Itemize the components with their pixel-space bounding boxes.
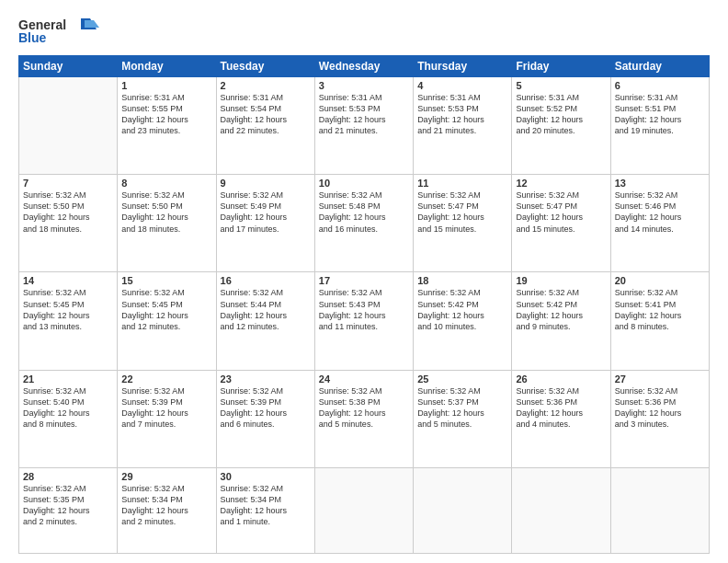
week-row-1: 1Sunrise: 5:31 AM Sunset: 5:55 PM Daylig… [19, 77, 710, 175]
day-info: Sunrise: 5:32 AM Sunset: 5:36 PM Dayligh… [516, 385, 606, 431]
day-info: Sunrise: 5:32 AM Sunset: 5:39 PM Dayligh… [221, 385, 311, 431]
day-number: 7 [23, 178, 113, 189]
calendar-cell: 15Sunrise: 5:32 AM Sunset: 5:45 PM Dayli… [118, 272, 216, 370]
day-number: 10 [319, 178, 409, 189]
calendar-cell: 28Sunrise: 5:32 AM Sunset: 5:35 PM Dayli… [19, 467, 118, 553]
week-row-3: 14Sunrise: 5:32 AM Sunset: 5:45 PM Dayli… [19, 272, 710, 370]
calendar-cell: 26Sunrise: 5:32 AM Sunset: 5:36 PM Dayli… [512, 370, 610, 467]
calendar-cell: 1Sunrise: 5:31 AM Sunset: 5:55 PM Daylig… [118, 77, 216, 175]
day-number: 2 [221, 80, 311, 91]
day-number: 15 [121, 275, 211, 286]
day-info: Sunrise: 5:32 AM Sunset: 5:34 PM Dayligh… [121, 483, 211, 528]
day-number: 17 [319, 275, 409, 286]
day-info: Sunrise: 5:32 AM Sunset: 5:44 PM Dayligh… [221, 287, 311, 332]
calendar-cell: 14Sunrise: 5:32 AM Sunset: 5:45 PM Dayli… [19, 272, 118, 370]
day-info: Sunrise: 5:32 AM Sunset: 5:45 PM Dayligh… [23, 287, 113, 332]
calendar-cell: 22Sunrise: 5:32 AM Sunset: 5:39 PM Dayli… [118, 370, 216, 467]
day-info: Sunrise: 5:32 AM Sunset: 5:35 PM Dayligh… [23, 483, 113, 528]
day-info: Sunrise: 5:31 AM Sunset: 5:52 PM Dayligh… [516, 92, 606, 137]
day-info: Sunrise: 5:32 AM Sunset: 5:43 PM Dayligh… [319, 287, 409, 332]
day-number: 19 [516, 275, 606, 286]
calendar-cell: 13Sunrise: 5:32 AM Sunset: 5:46 PM Dayli… [610, 175, 709, 272]
calendar-cell: 4Sunrise: 5:31 AM Sunset: 5:53 PM Daylig… [414, 77, 512, 175]
day-info: Sunrise: 5:31 AM Sunset: 5:54 PM Dayligh… [221, 92, 311, 137]
calendar-cell: 18Sunrise: 5:32 AM Sunset: 5:42 PM Dayli… [414, 272, 512, 370]
day-number: 27 [615, 373, 705, 385]
day-info: Sunrise: 5:32 AM Sunset: 5:42 PM Dayligh… [417, 287, 507, 332]
day-info: Sunrise: 5:32 AM Sunset: 5:45 PM Dayligh… [121, 287, 211, 332]
day-info: Sunrise: 5:32 AM Sunset: 5:42 PM Dayligh… [516, 287, 606, 332]
calendar-cell: 21Sunrise: 5:32 AM Sunset: 5:40 PM Dayli… [19, 370, 118, 467]
calendar-cell: 24Sunrise: 5:32 AM Sunset: 5:38 PM Dayli… [314, 370, 413, 467]
day-number: 14 [23, 275, 113, 286]
day-info: Sunrise: 5:31 AM Sunset: 5:53 PM Dayligh… [417, 92, 507, 137]
week-row-5: 28Sunrise: 5:32 AM Sunset: 5:35 PM Dayli… [19, 467, 710, 553]
calendar-cell: 16Sunrise: 5:32 AM Sunset: 5:44 PM Dayli… [216, 272, 314, 370]
page: General Blue SundayMondayTuesdayWednesda… [0, 0, 728, 563]
calendar-cell [314, 467, 413, 553]
day-number: 12 [516, 178, 606, 189]
day-info: Sunrise: 5:31 AM Sunset: 5:51 PM Dayligh… [615, 92, 705, 137]
calendar-cell [414, 467, 512, 553]
calendar-cell: 27Sunrise: 5:32 AM Sunset: 5:36 PM Dayli… [610, 370, 709, 467]
svg-text:Blue: Blue [18, 30, 47, 45]
day-info: Sunrise: 5:32 AM Sunset: 5:49 PM Dayligh… [221, 190, 311, 235]
calendar-cell: 17Sunrise: 5:32 AM Sunset: 5:43 PM Dayli… [314, 272, 413, 370]
calendar-cell: 19Sunrise: 5:32 AM Sunset: 5:42 PM Dayli… [512, 272, 610, 370]
day-info: Sunrise: 5:32 AM Sunset: 5:37 PM Dayligh… [417, 385, 507, 431]
weekday-header-sunday: Sunday [19, 56, 118, 77]
day-info: Sunrise: 5:32 AM Sunset: 5:40 PM Dayligh… [23, 385, 113, 431]
day-number: 9 [221, 178, 311, 189]
day-number: 13 [615, 178, 705, 189]
day-info: Sunrise: 5:32 AM Sunset: 5:46 PM Dayligh… [615, 190, 705, 235]
calendar-cell: 6Sunrise: 5:31 AM Sunset: 5:51 PM Daylig… [610, 77, 709, 175]
calendar-cell: 8Sunrise: 5:32 AM Sunset: 5:50 PM Daylig… [118, 175, 216, 272]
calendar-cell [610, 467, 709, 553]
day-info: Sunrise: 5:32 AM Sunset: 5:41 PM Dayligh… [615, 287, 705, 332]
calendar-cell [512, 467, 610, 553]
day-number: 16 [221, 275, 311, 286]
weekday-header-wednesday: Wednesday [314, 56, 413, 77]
calendar-cell: 25Sunrise: 5:32 AM Sunset: 5:37 PM Dayli… [414, 370, 512, 467]
header: General Blue [18, 15, 710, 48]
day-info: Sunrise: 5:32 AM Sunset: 5:47 PM Dayligh… [516, 190, 606, 235]
day-number: 1 [121, 80, 211, 91]
calendar-cell [19, 77, 118, 175]
calendar-cell: 3Sunrise: 5:31 AM Sunset: 5:53 PM Daylig… [314, 77, 413, 175]
day-number: 20 [615, 275, 705, 286]
day-number: 5 [516, 80, 606, 91]
calendar-cell: 29Sunrise: 5:32 AM Sunset: 5:34 PM Dayli… [118, 467, 216, 553]
day-number: 11 [417, 178, 507, 189]
logo-icon: General Blue [18, 15, 101, 48]
weekday-header-monday: Monday [118, 56, 216, 77]
calendar-table: SundayMondayTuesdayWednesdayThursdayFrid… [18, 55, 710, 554]
day-number: 26 [516, 373, 606, 385]
day-info: Sunrise: 5:32 AM Sunset: 5:50 PM Dayligh… [121, 190, 211, 235]
day-info: Sunrise: 5:31 AM Sunset: 5:55 PM Dayligh… [121, 92, 211, 137]
day-info: Sunrise: 5:31 AM Sunset: 5:53 PM Dayligh… [319, 92, 409, 137]
calendar-cell: 5Sunrise: 5:31 AM Sunset: 5:52 PM Daylig… [512, 77, 610, 175]
logo: General Blue [18, 15, 101, 48]
day-number: 29 [121, 471, 211, 482]
day-number: 22 [121, 373, 211, 385]
calendar-cell: 7Sunrise: 5:32 AM Sunset: 5:50 PM Daylig… [19, 175, 118, 272]
day-number: 23 [221, 373, 311, 385]
weekday-header-saturday: Saturday [610, 56, 709, 77]
calendar-cell: 2Sunrise: 5:31 AM Sunset: 5:54 PM Daylig… [216, 77, 314, 175]
day-info: Sunrise: 5:32 AM Sunset: 5:38 PM Dayligh… [319, 385, 409, 431]
day-number: 6 [615, 80, 705, 91]
day-info: Sunrise: 5:32 AM Sunset: 5:47 PM Dayligh… [417, 190, 507, 235]
calendar-cell: 20Sunrise: 5:32 AM Sunset: 5:41 PM Dayli… [610, 272, 709, 370]
calendar-cell: 23Sunrise: 5:32 AM Sunset: 5:39 PM Dayli… [216, 370, 314, 467]
day-number: 18 [417, 275, 507, 286]
calendar-cell: 9Sunrise: 5:32 AM Sunset: 5:49 PM Daylig… [216, 175, 314, 272]
calendar-cell: 11Sunrise: 5:32 AM Sunset: 5:47 PM Dayli… [414, 175, 512, 272]
day-number: 28 [23, 471, 113, 482]
day-number: 8 [121, 178, 211, 189]
weekday-header-tuesday: Tuesday [216, 56, 314, 77]
week-row-4: 21Sunrise: 5:32 AM Sunset: 5:40 PM Dayli… [19, 370, 710, 467]
day-info: Sunrise: 5:32 AM Sunset: 5:48 PM Dayligh… [319, 190, 409, 235]
svg-marker-3 [85, 20, 99, 28]
day-info: Sunrise: 5:32 AM Sunset: 5:39 PM Dayligh… [121, 385, 211, 431]
day-info: Sunrise: 5:32 AM Sunset: 5:50 PM Dayligh… [23, 190, 113, 235]
